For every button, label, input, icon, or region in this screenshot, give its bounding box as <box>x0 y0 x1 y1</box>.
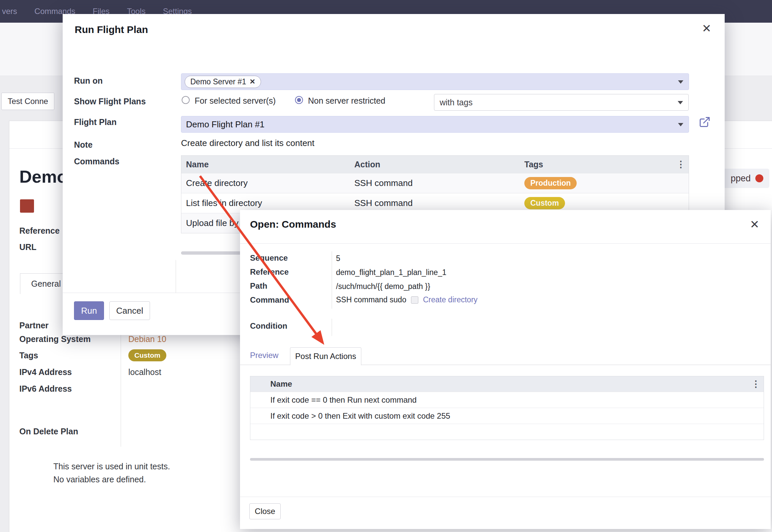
operating-system-label: Operating System <box>19 334 91 344</box>
run-on-label: Run on <box>74 76 103 86</box>
cancel-button[interactable]: Cancel <box>109 301 150 320</box>
close-icon[interactable]: ✕ <box>750 219 760 230</box>
status-text: pped <box>731 173 751 184</box>
row-name: Create directory <box>181 178 353 188</box>
reference-label: Reference <box>19 226 60 236</box>
chip-remove-icon[interactable]: ✕ <box>249 78 255 86</box>
ipv4-value: localhost <box>128 367 161 377</box>
server-tag-badge: Custom <box>128 349 166 361</box>
flight-plan-label: Flight Plan <box>74 117 117 127</box>
condition-label: Condition <box>250 321 287 331</box>
note-label: Note <box>74 140 93 150</box>
chevron-down-icon[interactable] <box>678 80 683 84</box>
open-commands-modal: Open: Commands ✕ Sequence Reference Path… <box>240 210 771 529</box>
command-checkbox[interactable] <box>411 296 418 304</box>
row-name: List files in directory <box>181 198 353 208</box>
chevron-down-icon[interactable] <box>678 101 683 104</box>
reference-label: Reference <box>250 267 289 277</box>
command-value-row: SSH command sudo Create directory <box>336 295 478 304</box>
header-name: Name <box>181 160 353 169</box>
header-name: Name <box>270 379 292 389</box>
commands-modal-header-divider <box>240 243 771 244</box>
path-label: Path <box>250 281 267 291</box>
app-root: vers Commands Files Tools Settings Test … <box>0 0 772 532</box>
operating-system-value[interactable]: Debian 10 <box>128 334 166 344</box>
run-modal-title: Run Flight Plan <box>75 24 148 35</box>
tab-post-run-actions[interactable]: Post Run Actions <box>290 347 361 365</box>
server-chip-label: Demo Server #1 <box>190 77 246 86</box>
row-action: SSH command <box>353 178 523 188</box>
radio-non-server-restricted[interactable] <box>295 96 303 104</box>
table-scrollbar[interactable] <box>250 458 764 461</box>
run-on-server-select[interactable]: Demo Server #1 ✕ <box>181 73 689 90</box>
chevron-down-icon[interactable] <box>678 123 683 126</box>
field-divider <box>332 319 332 336</box>
radio-non-server-restricted-label[interactable]: Non server restricted <box>308 96 385 106</box>
ipv4-label: IPv4 Address <box>19 367 72 377</box>
post-run-action-row[interactable]: If exit code > 0 then Exit with custom e… <box>250 408 764 424</box>
tab-preview[interactable]: Preview <box>250 351 278 360</box>
unit-test-note-line2: No variables are defined. <box>53 475 146 484</box>
sequence-value: 5 <box>336 254 340 263</box>
tags-label: Tags <box>19 351 38 360</box>
ipv6-label: IPv6 Address <box>19 384 72 394</box>
reference-value: demo_flight_plan_1_plan_line_1 <box>336 268 446 277</box>
commands-modal-title: Open: Commands <box>250 219 336 230</box>
commands-modal-footer-divider <box>240 497 771 497</box>
form-column-divider <box>121 319 121 447</box>
header-tags: Tags <box>523 160 689 169</box>
external-link-icon[interactable] <box>699 116 711 128</box>
plan-description: Create directory and list its content <box>181 138 314 148</box>
kebab-menu-icon[interactable]: ⋮ <box>751 380 760 389</box>
flight-plan-select[interactable]: Demo Flight Plan #1 <box>181 116 689 133</box>
radio-for-selected-servers[interactable] <box>182 96 190 104</box>
kebab-menu-icon[interactable]: ⋮ <box>676 160 685 169</box>
tag-badge-custom: Custom <box>524 197 565 209</box>
table-row[interactable]: Create directory SSH command Production <box>181 173 689 193</box>
command-value: SSH command sudo <box>336 295 406 304</box>
post-run-actions-header: Name ⋮ <box>250 376 764 392</box>
close-icon[interactable]: ✕ <box>702 23 712 34</box>
header-action: Action <box>353 160 523 169</box>
post-run-action-row-empty <box>250 424 764 440</box>
commands-table-header: Name Action Tags ⋮ <box>181 156 689 173</box>
close-button[interactable]: Close <box>249 503 281 519</box>
radio-for-selected-servers-label[interactable]: For selected server(s) <box>195 96 276 106</box>
url-label: URL <box>19 242 36 252</box>
test-connection-button[interactable]: Test Conne <box>1 93 54 110</box>
page-title: Demo <box>19 167 67 187</box>
post-run-action-row[interactable]: If exit code == 0 then Run next command <box>250 392 764 408</box>
tag-badge-production: Production <box>524 177 577 189</box>
notebook-divider <box>176 260 176 293</box>
command-label: Command <box>250 295 289 305</box>
row-action: SSH command <box>353 198 523 208</box>
post-run-actions-table: Name ⋮ If exit code == 0 then Run next c… <box>250 376 764 440</box>
nav-item-servers[interactable]: vers <box>2 7 17 16</box>
path-value: /such/much/{{ demo_path }} <box>336 282 430 291</box>
run-button[interactable]: Run <box>74 301 104 320</box>
on-delete-plan-label: On Delete Plan <box>19 427 78 436</box>
create-directory-link[interactable]: Create directory <box>423 295 478 304</box>
server-color-swatch[interactable] <box>20 199 34 213</box>
partner-label: Partner <box>19 321 49 330</box>
show-flight-plans-label: Show Flight Plans <box>74 97 146 106</box>
status-dot-icon <box>755 174 763 182</box>
server-chip[interactable]: Demo Server #1 ✕ <box>185 76 261 88</box>
sequence-label: Sequence <box>250 253 288 263</box>
flight-plan-select-value: Demo Flight Plan #1 <box>186 119 265 130</box>
with-tags-dropdown[interactable]: with tags <box>434 94 689 111</box>
field-divider <box>332 251 332 309</box>
unit-test-note-line1: This server is used in unit tests. <box>53 462 170 471</box>
with-tags-dropdown-value: with tags <box>440 98 473 107</box>
commands-label: Commands <box>74 157 119 166</box>
